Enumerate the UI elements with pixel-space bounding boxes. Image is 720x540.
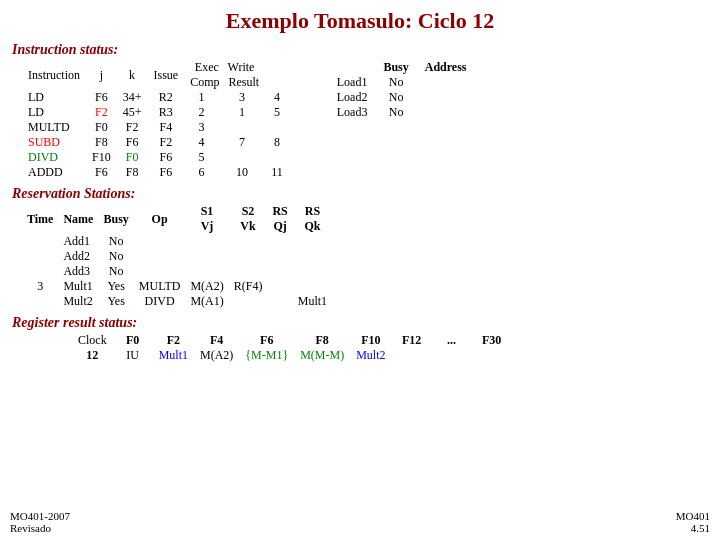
reg-header-cell: F2: [153, 333, 194, 348]
instruction-table: Instruction j k Issue Exec WriteComp Res…: [22, 60, 289, 180]
reg-value-cell: Mult1: [153, 348, 194, 363]
col-busy: Busy: [375, 60, 416, 75]
load-address: [417, 105, 475, 120]
rs-op: MULTD: [134, 279, 186, 294]
rs-vk: [229, 294, 268, 309]
instr-result: [265, 120, 289, 135]
page-title: Exemplo Tomasulo: Ciclo 12: [12, 8, 708, 34]
instr-exec: 6: [184, 165, 219, 180]
rs-vj: M(A2): [185, 279, 228, 294]
instr-row: DIVD F10 F0 F6 5: [22, 150, 289, 165]
reg-header-cell: F4: [194, 333, 239, 348]
instr-k: F8: [117, 165, 148, 180]
col-header-issue: Issue: [147, 60, 184, 90]
rs-time: 3: [22, 279, 58, 294]
rs-qk: [293, 279, 332, 294]
load-name: Load2: [329, 90, 376, 105]
rs-time: [22, 249, 58, 264]
instr-exec: 4: [184, 135, 219, 150]
reg-value-cell: {M-M1}: [239, 348, 294, 363]
col-address: Address: [417, 60, 475, 75]
rs-col-op: Op: [134, 204, 186, 234]
rs-vk: [229, 234, 268, 249]
reg-value-cell: M(A2): [194, 348, 239, 363]
rs-name: Mult1: [58, 279, 98, 294]
footer-right-line1: MO401: [676, 510, 710, 522]
register-result-section: Register result status: ClockF0F2F4F6F8F…: [12, 315, 708, 363]
instr-issue: R3: [147, 105, 184, 120]
rs-busy: No: [98, 249, 133, 264]
rs-qj: [267, 264, 292, 279]
rs-busy: Yes: [98, 279, 133, 294]
rs-col-busy: Busy: [98, 204, 133, 234]
rs-qj: [267, 234, 292, 249]
load-name: Load1: [329, 75, 376, 90]
rs-time: [22, 234, 58, 249]
rs-qj: [267, 249, 292, 264]
rs-qj: [267, 279, 292, 294]
instr-result: 8: [265, 135, 289, 150]
instr-exec: 1: [184, 90, 219, 105]
instr-result: 5: [265, 105, 289, 120]
rr-clock-label: Clock: [72, 333, 113, 348]
instruction-status-title: Instruction status:: [12, 42, 289, 58]
rs-name: Add2: [58, 249, 98, 264]
footer-left-line2: Revisado: [10, 522, 70, 534]
reg-value-cell: [472, 348, 512, 363]
rs-name: Add3: [58, 264, 98, 279]
rs-col-time: Time: [22, 204, 58, 234]
rs-vk: [229, 264, 268, 279]
load-name: Load3: [329, 105, 376, 120]
rs-name: Add1: [58, 234, 98, 249]
reg-value-cell: [392, 348, 432, 363]
instr-exec: 2: [184, 105, 219, 120]
rs-row: Mult2 Yes DIVD M(A1) Mult1: [22, 294, 332, 309]
rs-col-rsqj: RSQj: [267, 204, 292, 234]
instr-k: 34+: [117, 90, 148, 105]
instr-result: [265, 150, 289, 165]
rs-row: Add3 No: [22, 264, 332, 279]
instr-k: 45+: [117, 105, 148, 120]
instr-comp: 10: [219, 165, 265, 180]
instr-comp: [219, 150, 265, 165]
load-address: [417, 75, 475, 90]
instr-j: F10: [86, 150, 117, 165]
col-header-instruction: Instruction: [22, 60, 86, 90]
rs-qk: [293, 234, 332, 249]
load-row: Load2 No: [329, 90, 475, 105]
rs-col-rsqk: RSQk: [293, 204, 332, 234]
reg-header-cell: F6: [239, 333, 294, 348]
rs-vk: [229, 249, 268, 264]
rs-vk: R(F4): [229, 279, 268, 294]
rs-qk: [293, 264, 332, 279]
load-buffers-section: Busy Address Load1 No Load2 No Load3 No: [319, 60, 475, 120]
rs-col-name: Name: [58, 204, 98, 234]
col-header-k: k: [117, 60, 148, 90]
instr-k: F2: [117, 120, 148, 135]
instr-name: LD: [22, 105, 86, 120]
instr-exec: 5: [184, 150, 219, 165]
instr-comp: 1: [219, 105, 265, 120]
reg-header-cell: F10: [350, 333, 391, 348]
instr-name: MULTD: [22, 120, 86, 135]
instr-issue: F2: [147, 135, 184, 150]
instr-row: ADDD F6 F8 F6 6 10 11: [22, 165, 289, 180]
rs-vj: [185, 249, 228, 264]
rs-time: [22, 294, 58, 309]
rs-op: [134, 264, 186, 279]
rs-row: Add1 No: [22, 234, 332, 249]
instr-row: LD F2 45+ R3 2 1 5: [22, 105, 289, 120]
rs-qk: [293, 249, 332, 264]
load-row: Load1 No: [329, 75, 475, 90]
col-header-exec-write: Exec WriteComp Result: [184, 60, 265, 90]
rs-vj: M(A1): [185, 294, 228, 309]
instr-j: F8: [86, 135, 117, 150]
instr-row: LD F6 34+ R2 1 3 4: [22, 90, 289, 105]
rs-table: Time Name Busy Op S1Vj S2Vk RSQj RSQk Ad…: [22, 204, 332, 309]
instr-j: F6: [86, 165, 117, 180]
reg-header-cell: F0: [113, 333, 153, 348]
reg-header-cell: F30: [472, 333, 512, 348]
page: Exemplo Tomasulo: Ciclo 12 Instruction s…: [0, 0, 720, 540]
reg-value-cell: IU: [113, 348, 153, 363]
instr-name: SUBD: [22, 135, 86, 150]
